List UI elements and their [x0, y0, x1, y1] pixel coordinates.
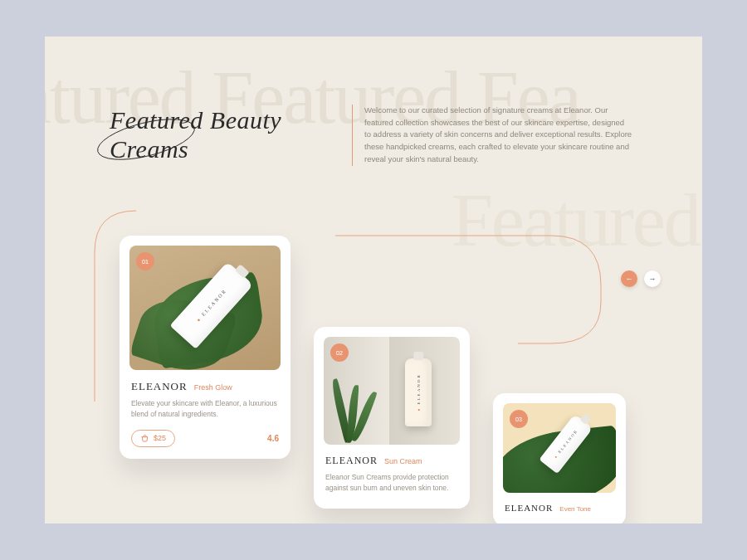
heading-line-2: Creams — [110, 135, 188, 163]
brand-name: ELEANOR — [325, 455, 378, 467]
basket-icon — [140, 434, 149, 443]
product-variant: Sun Cream — [384, 457, 422, 465]
page-stage: eatured Featured Fea Featured Featured B… — [45, 37, 702, 523]
product-image: 03 ● ELEANOR — [503, 403, 616, 493]
product-carousel: 01 ● ELEANOR ELEANOR Fresh Glow Elevate … — [120, 236, 626, 523]
section-heading: Featured Beauty Creams — [110, 106, 281, 163]
product-description: Elevate your skincare with Eleanor, a lu… — [131, 398, 279, 420]
product-description: Eleanor Sun Creams provide protection ag… — [325, 472, 458, 494]
add-to-cart-button[interactable]: $25 — [131, 430, 175, 447]
product-card[interactable]: 03 ● ELEANOR ELEANOR Even Tone — [493, 393, 626, 523]
product-rating: 4.6 — [267, 434, 279, 443]
product-card[interactable]: 02 ● ELEANOR ELEANOR Sun Cream — [314, 327, 470, 509]
product-card[interactable]: 01 ● ELEANOR ELEANOR Fresh Glow Elevate … — [120, 236, 290, 459]
carousel-nav: ← → — [621, 270, 661, 287]
product-image: 02 ● ELEANOR — [324, 337, 460, 445]
product-variant: Fresh Glow — [194, 383, 232, 392]
brand-name: ELEANOR — [131, 380, 188, 393]
card-index-badge: 02 — [330, 343, 349, 362]
arrow-right-icon: → — [649, 275, 657, 283]
card-index-badge: 01 — [136, 252, 154, 270]
tube-brand-label: ● ELEANOR — [417, 373, 421, 411]
intro-text: Welcome to our curated selection of sign… — [364, 105, 632, 166]
card-index-badge: 03 — [510, 410, 528, 428]
brand-name: ELEANOR — [505, 503, 553, 513]
product-image: 01 ● ELEANOR — [129, 246, 281, 370]
heading-line-1: Featured Beauty — [110, 106, 281, 134]
product-price: $25 — [154, 434, 166, 442]
tube-brand-label: ● ELEANOR — [196, 288, 228, 323]
arrow-left-icon: ← — [626, 275, 633, 283]
product-variant: Even Tone — [559, 505, 591, 513]
next-button[interactable]: → — [644, 270, 661, 287]
intro-block: Welcome to our curated selection of sign… — [352, 105, 632, 166]
